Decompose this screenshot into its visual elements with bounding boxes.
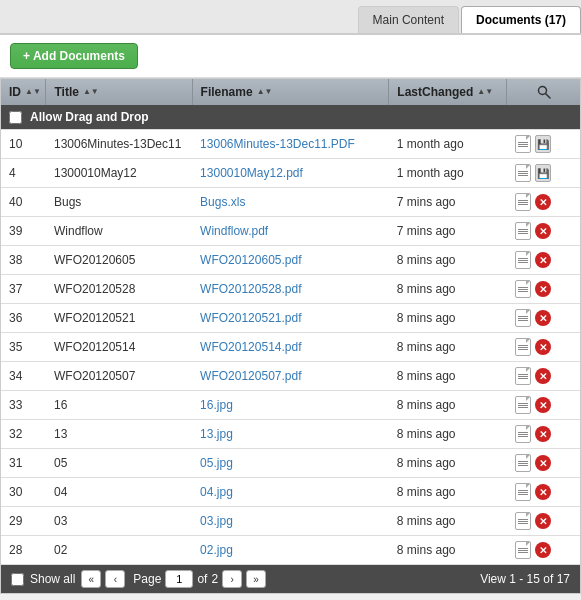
nav-next-button[interactable]: › bbox=[222, 570, 242, 588]
delete-doc-icon[interactable]: ✕ bbox=[535, 194, 551, 210]
table-row: 321313.jpg8 mins ago✕ bbox=[1, 420, 580, 449]
table-footer: Show all « ‹ Page of 2 › » View 1 - 15 o… bbox=[1, 565, 580, 593]
table-row: 37WFO20120528WFO20120528.pdf8 mins ago✕ bbox=[1, 275, 580, 304]
delete-doc-icon[interactable]: ✕ bbox=[535, 513, 551, 529]
col-header-search[interactable] bbox=[507, 79, 580, 105]
cell-title: WFO20120521 bbox=[46, 304, 192, 333]
cell-lastchanged: 8 mins ago bbox=[389, 275, 507, 304]
add-documents-button[interactable]: + Add Documents bbox=[10, 43, 138, 69]
cell-lastchanged: 8 mins ago bbox=[389, 507, 507, 536]
cell-filename[interactable]: WFO20120507.pdf bbox=[192, 362, 389, 391]
view-doc-icon[interactable] bbox=[515, 164, 531, 182]
page-input[interactable] bbox=[165, 570, 193, 588]
nav-first-button[interactable]: « bbox=[81, 570, 101, 588]
cell-title: 16 bbox=[46, 391, 192, 420]
delete-doc-icon[interactable]: ✕ bbox=[535, 426, 551, 442]
cell-filename[interactable]: WFO20120514.pdf bbox=[192, 333, 389, 362]
cell-actions: ✕ bbox=[507, 391, 580, 420]
delete-doc-icon[interactable]: ✕ bbox=[535, 484, 551, 500]
view-doc-icon[interactable] bbox=[515, 541, 531, 559]
table-row: 39WindflowWindflow.pdf7 mins ago✕ bbox=[1, 217, 580, 246]
cell-id: 39 bbox=[1, 217, 46, 246]
delete-doc-icon[interactable]: ✕ bbox=[535, 455, 551, 471]
tab-documents[interactable]: Documents (17) bbox=[461, 6, 581, 33]
view-doc-icon[interactable] bbox=[515, 280, 531, 298]
cell-title: 02 bbox=[46, 536, 192, 565]
cell-filename[interactable]: 13.jpg bbox=[192, 420, 389, 449]
cell-actions: ✕ bbox=[507, 507, 580, 536]
sort-arrows-filename: ▲▼ bbox=[257, 88, 273, 96]
view-doc-icon[interactable] bbox=[515, 135, 531, 153]
page-label: Page bbox=[133, 572, 161, 586]
cell-lastchanged: 8 mins ago bbox=[389, 391, 507, 420]
cell-filename[interactable]: WFO20120521.pdf bbox=[192, 304, 389, 333]
view-doc-icon[interactable] bbox=[515, 222, 531, 240]
cell-filename[interactable]: Windflow.pdf bbox=[192, 217, 389, 246]
table-row: 300404.jpg8 mins ago✕ bbox=[1, 478, 580, 507]
delete-doc-icon[interactable]: ✕ bbox=[535, 542, 551, 558]
delete-doc-icon[interactable]: ✕ bbox=[535, 252, 551, 268]
view-doc-icon[interactable] bbox=[515, 251, 531, 269]
cell-actions: ✕ bbox=[507, 188, 580, 217]
view-doc-icon[interactable] bbox=[515, 338, 531, 356]
documents-table: ID ▲▼ Title ▲▼ Filename ▲▼ bbox=[1, 79, 580, 565]
col-header-title[interactable]: Title ▲▼ bbox=[46, 79, 192, 105]
view-doc-icon[interactable] bbox=[515, 396, 531, 414]
col-header-lastchanged[interactable]: LastChanged ▲▼ bbox=[389, 79, 507, 105]
delete-doc-icon[interactable]: ✕ bbox=[535, 281, 551, 297]
cell-lastchanged: 8 mins ago bbox=[389, 449, 507, 478]
table-row: 38WFO20120605WFO20120605.pdf8 mins ago✕ bbox=[1, 246, 580, 275]
cell-lastchanged: 1 month ago bbox=[389, 130, 507, 159]
cell-filename[interactable]: 02.jpg bbox=[192, 536, 389, 565]
cell-filename[interactable]: 1300010May12.pdf bbox=[192, 159, 389, 188]
cell-actions: 💾 bbox=[507, 130, 580, 159]
delete-doc-icon[interactable]: ✕ bbox=[535, 397, 551, 413]
cell-lastchanged: 8 mins ago bbox=[389, 333, 507, 362]
cell-filename[interactable]: 05.jpg bbox=[192, 449, 389, 478]
cell-lastchanged: 8 mins ago bbox=[389, 246, 507, 275]
delete-doc-icon[interactable]: ✕ bbox=[535, 310, 551, 326]
svg-line-1 bbox=[545, 94, 550, 99]
delete-doc-icon[interactable]: ✕ bbox=[535, 339, 551, 355]
table-row: 310505.jpg8 mins ago✕ bbox=[1, 449, 580, 478]
cell-filename[interactable]: Bugs.xls bbox=[192, 188, 389, 217]
nav-last-button[interactable]: » bbox=[246, 570, 266, 588]
save-doc-icon[interactable]: 💾 bbox=[535, 135, 551, 153]
sort-arrows-lastchanged: ▲▼ bbox=[477, 88, 493, 96]
footer-left: Show all « ‹ Page of 2 › » bbox=[11, 570, 266, 588]
cell-title: Bugs bbox=[46, 188, 192, 217]
cell-title: Windflow bbox=[46, 217, 192, 246]
cell-actions: ✕ bbox=[507, 246, 580, 275]
footer-view-info: View 1 - 15 of 17 bbox=[480, 572, 570, 586]
view-doc-icon[interactable] bbox=[515, 512, 531, 530]
view-doc-icon[interactable] bbox=[515, 309, 531, 327]
show-all-label: Show all bbox=[30, 572, 75, 586]
cell-lastchanged: 7 mins ago bbox=[389, 217, 507, 246]
view-doc-icon[interactable] bbox=[515, 193, 531, 211]
col-header-id[interactable]: ID ▲▼ bbox=[1, 79, 46, 105]
search-icon bbox=[537, 85, 551, 99]
cell-filename[interactable]: 03.jpg bbox=[192, 507, 389, 536]
delete-doc-icon[interactable]: ✕ bbox=[535, 368, 551, 384]
cell-title: WFO20120514 bbox=[46, 333, 192, 362]
cell-filename[interactable]: WFO20120528.pdf bbox=[192, 275, 389, 304]
delete-doc-icon[interactable]: ✕ bbox=[535, 223, 551, 239]
tab-main-content[interactable]: Main Content bbox=[358, 6, 459, 33]
view-doc-icon[interactable] bbox=[515, 367, 531, 385]
drag-drop-checkbox[interactable] bbox=[9, 111, 22, 124]
nav-prev-button[interactable]: ‹ bbox=[105, 570, 125, 588]
cell-title: WFO20120605 bbox=[46, 246, 192, 275]
cell-filename[interactable]: WFO20120605.pdf bbox=[192, 246, 389, 275]
cell-filename[interactable]: 16.jpg bbox=[192, 391, 389, 420]
save-doc-icon[interactable]: 💾 bbox=[535, 164, 551, 182]
page-of-label: of bbox=[197, 572, 207, 586]
view-doc-icon[interactable] bbox=[515, 483, 531, 501]
view-doc-icon[interactable] bbox=[515, 425, 531, 443]
col-header-filename[interactable]: Filename ▲▼ bbox=[192, 79, 389, 105]
cell-title: 1300010May12 bbox=[46, 159, 192, 188]
cell-filename[interactable]: 04.jpg bbox=[192, 478, 389, 507]
show-all-checkbox[interactable] bbox=[11, 573, 24, 586]
table-row: 331616.jpg8 mins ago✕ bbox=[1, 391, 580, 420]
view-doc-icon[interactable] bbox=[515, 454, 531, 472]
cell-filename[interactable]: 13006Minutes-13Dec11.PDF bbox=[192, 130, 389, 159]
